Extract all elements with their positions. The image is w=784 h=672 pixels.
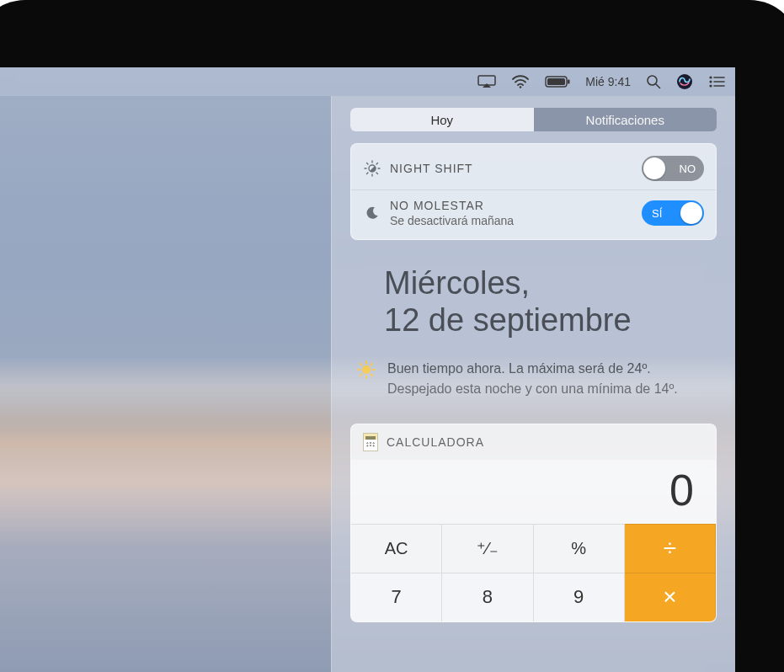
tab-today[interactable]: Hoy: [350, 108, 534, 131]
svg-line-30: [360, 375, 362, 376]
tab-notifications[interactable]: Notificaciones: [534, 108, 717, 131]
dnd-toggle[interactable]: SÍ: [642, 200, 704, 226]
svg-point-10: [709, 80, 712, 83]
svg-line-6: [656, 84, 660, 88]
menubar: Mié 9:41: [0, 67, 735, 96]
svg-point-5: [648, 76, 657, 85]
date-line1: Miércoles,: [384, 265, 717, 302]
calc-sign-button[interactable]: ⁺∕₋: [442, 524, 533, 573]
weather-line1: Buen tiempo ahora. La máxima será de 24º…: [387, 359, 678, 378]
calculator-display: 0: [351, 460, 716, 524]
battery-icon[interactable]: [545, 67, 570, 96]
svg-point-23: [362, 365, 371, 374]
calc-ac-button[interactable]: AC: [351, 524, 442, 573]
svg-line-31: [371, 364, 372, 365]
nc-tabs: Hoy Notificaciones: [350, 108, 717, 131]
sun-icon: [357, 360, 376, 384]
calculator-header: CALCULADORA: [351, 424, 716, 460]
svg-point-1: [520, 86, 522, 88]
dnd-subtitle: Se desactivará mañana: [390, 214, 633, 227]
device-bezel: Mié 9:41 Hoy: [0, 0, 784, 672]
svg-line-21: [367, 173, 369, 174]
calc-8-button[interactable]: 8: [442, 573, 533, 621]
night-shift-label: NIGHT SHIFT: [390, 162, 633, 175]
svg-point-12: [709, 84, 712, 87]
svg-line-20: [376, 173, 378, 174]
notification-center: Hoy Notificaciones NIGHT SHIFT NO: [331, 96, 735, 672]
svg-line-22: [376, 163, 378, 165]
night-shift-state: NO: [680, 163, 696, 175]
calculator-title: CALCULADORA: [387, 435, 484, 449]
calc-9-button[interactable]: 9: [534, 573, 625, 621]
siri-icon[interactable]: [676, 67, 693, 96]
calc-divide-button[interactable]: ÷: [625, 524, 716, 573]
calculator-keypad: AC ⁺∕₋ % ÷ 7 8 9 ×: [351, 524, 716, 621]
dnd-state: SÍ: [652, 207, 662, 220]
night-shift-toggle[interactable]: NO: [642, 156, 704, 181]
svg-line-29: [371, 375, 372, 376]
spotlight-icon[interactable]: [646, 67, 661, 96]
svg-line-19: [367, 163, 369, 165]
airplay-icon[interactable]: [477, 67, 496, 96]
today-date: Miércoles, 12 de septiembre: [384, 265, 717, 339]
dnd-label: NO MOLESTAR: [390, 199, 633, 212]
menubar-clock[interactable]: Mié 9:41: [585, 67, 631, 96]
svg-rect-4: [568, 80, 570, 84]
wifi-icon[interactable]: [511, 67, 530, 96]
quick-toggles-card: NIGHT SHIFT NO NO MOLESTAR S: [350, 143, 717, 240]
calc-7-button[interactable]: 7: [351, 573, 442, 621]
weather-line2: Despejado esta noche y con una mínima de…: [387, 379, 678, 398]
svg-rect-3: [547, 78, 565, 85]
date-line2: 12 de septiembre: [384, 302, 717, 339]
calculator-icon: [363, 433, 378, 451]
weather-summary[interactable]: Buen tiempo ahora. La máxima será de 24º…: [357, 359, 710, 397]
night-shift-icon: [363, 160, 381, 177]
dnd-row: NO MOLESTAR Se desactivará mañana SÍ: [351, 189, 716, 236]
svg-line-28: [360, 364, 362, 365]
notification-center-icon[interactable]: [708, 67, 725, 96]
moon-icon: [363, 205, 381, 221]
calculator-widget: CALCULADORA 0 AC ⁺∕₋ % ÷ 7 8 9 ×: [350, 424, 717, 622]
calc-percent-button[interactable]: %: [534, 524, 625, 573]
night-shift-row: NIGHT SHIFT NO: [351, 147, 716, 189]
calc-multiply-button[interactable]: ×: [625, 573, 716, 621]
svg-point-8: [709, 76, 712, 78]
desktop: Mié 9:41 Hoy: [0, 67, 735, 672]
